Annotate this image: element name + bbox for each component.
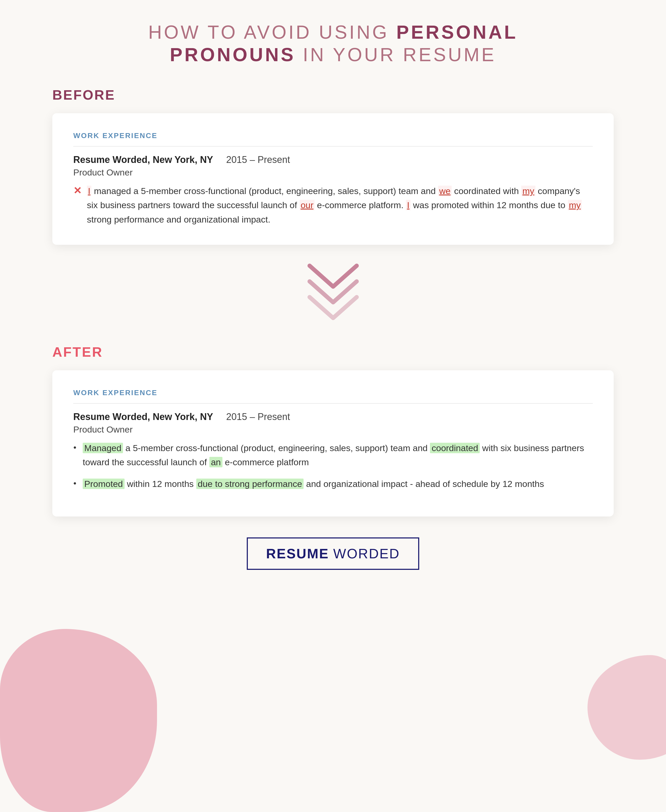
after-job-header: Resume Worded, New York, NY 2015 – Prese… <box>73 411 593 422</box>
pronoun-our: our <box>300 200 315 210</box>
after-dates: 2015 – Present <box>226 411 290 422</box>
after-bullet-1-text: Managed a 5-member cross-functional (pro… <box>83 441 593 469</box>
chevron-svg <box>304 260 362 329</box>
title-line1: HOW TO AVOID USING PERSONAL <box>148 22 518 43</box>
page-wrapper: HOW TO AVOID USING PERSONAL PRONOUNS IN … <box>0 0 666 812</box>
highlight-promoted: Promoted <box>83 478 124 489</box>
pronoun-my-2: my <box>568 200 582 210</box>
title-bold-2: PRONOUNS <box>170 44 295 65</box>
title-bold-1: PERSONAL <box>396 22 518 43</box>
before-job-header: Resume Worded, New York, NY 2015 – Prese… <box>73 154 593 165</box>
after-bullet-list: Managed a 5-member cross-functional (pro… <box>73 441 593 491</box>
title-regular-1: HOW TO AVOID USING <box>148 22 396 43</box>
after-work-exp-label: WORK EXPERIENCE <box>73 389 593 397</box>
pronoun-my-1: my <box>521 186 535 196</box>
after-divider <box>73 403 593 404</box>
main-content: HOW TO AVOID USING PERSONAL PRONOUNS IN … <box>52 21 614 570</box>
before-card: WORK EXPERIENCE Resume Worded, New York,… <box>52 113 614 245</box>
title-regular-2: IN YOUR RESUME <box>295 44 496 65</box>
highlight-managed: Managed <box>83 443 123 453</box>
before-label: BEFORE <box>52 87 614 103</box>
pronoun-I-1: I <box>87 186 91 196</box>
before-dates: 2015 – Present <box>226 154 290 165</box>
before-bullet-text: I managed a 5-member cross-functional (p… <box>87 184 593 227</box>
after-job-title: Product Owner <box>73 424 593 435</box>
before-company: Resume Worded, New York, NY <box>73 154 213 165</box>
pronoun-I-2: I <box>406 200 410 210</box>
highlight-coordinated: coordinated <box>430 443 480 453</box>
chevron-arrows <box>52 260 614 329</box>
before-work-exp-label: WORK EXPERIENCE <box>73 131 593 140</box>
title-line2: PRONOUNS IN YOUR RESUME <box>170 44 496 65</box>
before-job-title: Product Owner <box>73 168 593 178</box>
highlight-due-to: due to strong performance <box>196 478 304 489</box>
bottom-logo-container: RESUME WORDED <box>52 537 614 570</box>
red-x-icon: ✕ <box>73 185 82 196</box>
after-label: AFTER <box>52 344 614 360</box>
decorative-blob-right <box>587 655 666 760</box>
decorative-blob-left <box>0 629 157 812</box>
after-company: Resume Worded, New York, NY <box>73 411 213 422</box>
pronoun-we: we <box>438 186 452 196</box>
logo-worded-text: WORDED <box>333 546 400 562</box>
before-bullet-row: ✕ I managed a 5-member cross-functional … <box>73 184 593 227</box>
after-bullet-2-text: Promoted within 12 months due to strong … <box>83 477 544 491</box>
after-bullet-2: Promoted within 12 months due to strong … <box>73 477 593 491</box>
after-card: WORK EXPERIENCE Resume Worded, New York,… <box>52 370 614 516</box>
after-bullet-1: Managed a 5-member cross-functional (pro… <box>73 441 593 469</box>
logo-box: RESUME WORDED <box>247 537 419 570</box>
logo-resume-text: RESUME <box>266 546 329 562</box>
main-title: HOW TO AVOID USING PERSONAL PRONOUNS IN … <box>52 21 614 66</box>
before-divider <box>73 146 593 146</box>
highlight-an: an <box>209 457 223 467</box>
